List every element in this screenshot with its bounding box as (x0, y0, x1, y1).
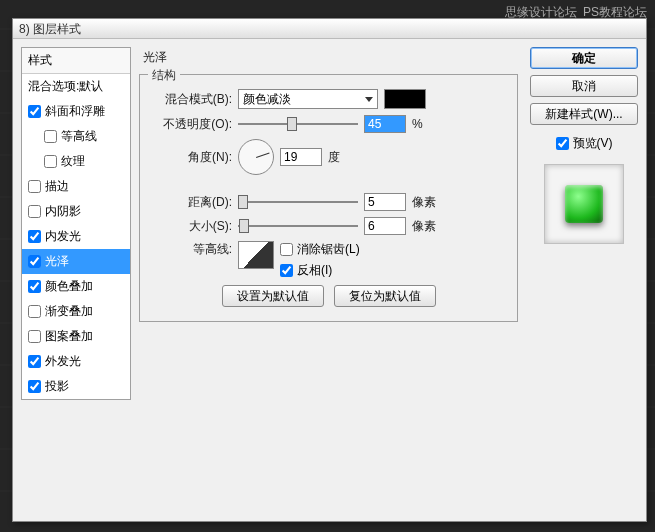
preview-checkbox[interactable]: 预览(V) (530, 135, 638, 152)
style-item-2[interactable]: 等高线 (22, 124, 130, 149)
style-item-0[interactable]: 混合选项:默认 (22, 74, 130, 99)
styles-header[interactable]: 样式 (22, 48, 130, 74)
opacity-slider[interactable] (238, 116, 358, 132)
style-item-label: 混合选项:默认 (28, 78, 103, 95)
blend-mode-combo[interactable]: 颜色减淡 (238, 89, 378, 109)
effect-title: 光泽 (139, 47, 518, 68)
ok-button[interactable]: 确定 (530, 47, 638, 69)
preview-swatch (565, 185, 603, 223)
set-default-button[interactable]: 设置为默认值 (222, 285, 324, 307)
style-item-label: 内发光 (45, 228, 81, 245)
contour-picker[interactable] (238, 241, 274, 269)
style-checkbox[interactable] (28, 105, 41, 118)
style-item-label: 颜色叠加 (45, 278, 93, 295)
style-checkbox[interactable] (28, 305, 41, 318)
reset-default-button[interactable]: 复位为默认值 (334, 285, 436, 307)
size-input[interactable]: 6 (364, 217, 406, 235)
distance-input[interactable]: 5 (364, 193, 406, 211)
style-item-label: 渐变叠加 (45, 303, 93, 320)
style-item-label: 等高线 (61, 128, 97, 145)
style-item-label: 图案叠加 (45, 328, 93, 345)
size-slider[interactable] (238, 218, 358, 234)
style-checkbox[interactable] (28, 380, 41, 393)
style-item-3[interactable]: 纹理 (22, 149, 130, 174)
style-item-label: 外发光 (45, 353, 81, 370)
opacity-input[interactable]: 45 (364, 115, 406, 133)
style-item-5[interactable]: 内阴影 (22, 199, 130, 224)
blend-mode-label: 混合模式(B): (150, 91, 232, 108)
angle-input[interactable]: 19 (280, 148, 322, 166)
style-checkbox[interactable] (44, 155, 57, 168)
style-checkbox[interactable] (28, 280, 41, 293)
preview-box (544, 164, 624, 244)
style-item-9[interactable]: 渐变叠加 (22, 299, 130, 324)
style-checkbox[interactable] (28, 205, 41, 218)
styles-list: 样式 混合选项:默认斜面和浮雕等高线纹理描边内阴影内发光光泽颜色叠加渐变叠加图案… (21, 47, 131, 400)
style-item-12[interactable]: 投影 (22, 374, 130, 399)
style-checkbox[interactable] (28, 355, 41, 368)
new-style-button[interactable]: 新建样式(W)... (530, 103, 638, 125)
structure-group: 结构 混合模式(B): 颜色减淡 不透明度(O): 45 % (139, 74, 518, 322)
style-item-label: 内阴影 (45, 203, 81, 220)
style-item-label: 斜面和浮雕 (45, 103, 105, 120)
angle-wheel[interactable] (238, 139, 274, 175)
style-item-label: 纹理 (61, 153, 85, 170)
angle-label: 角度(N): (150, 149, 232, 166)
style-item-6[interactable]: 内发光 (22, 224, 130, 249)
style-checkbox[interactable] (28, 180, 41, 193)
cancel-button[interactable]: 取消 (530, 75, 638, 97)
antialias-checkbox[interactable]: 消除锯齿(L) (280, 241, 360, 258)
style-item-4[interactable]: 描边 (22, 174, 130, 199)
style-item-11[interactable]: 外发光 (22, 349, 130, 374)
style-checkbox[interactable] (28, 230, 41, 243)
style-checkbox[interactable] (28, 255, 41, 268)
opacity-label: 不透明度(O): (150, 116, 232, 133)
chevron-down-icon (365, 97, 373, 102)
style-item-10[interactable]: 图案叠加 (22, 324, 130, 349)
distance-label: 距离(D): (150, 194, 232, 211)
style-item-7[interactable]: 光泽 (22, 249, 130, 274)
distance-slider[interactable] (238, 194, 358, 210)
size-label: 大小(S): (150, 218, 232, 235)
style-item-label: 光泽 (45, 253, 69, 270)
style-item-label: 描边 (45, 178, 69, 195)
style-checkbox[interactable] (28, 330, 41, 343)
style-checkbox[interactable] (44, 130, 57, 143)
contour-label: 等高线: (150, 241, 232, 258)
layer-style-dialog: 8) 图层样式 样式 混合选项:默认斜面和浮雕等高线纹理描边内阴影内发光光泽颜色… (12, 18, 647, 522)
style-item-1[interactable]: 斜面和浮雕 (22, 99, 130, 124)
blend-color-swatch[interactable] (384, 89, 426, 109)
style-item-8[interactable]: 颜色叠加 (22, 274, 130, 299)
dialog-titlebar[interactable]: 8) 图层样式 (13, 19, 646, 39)
style-item-label: 投影 (45, 378, 69, 395)
dialog-title: 图层样式 (33, 22, 81, 36)
invert-checkbox[interactable]: 反相(I) (280, 262, 360, 279)
